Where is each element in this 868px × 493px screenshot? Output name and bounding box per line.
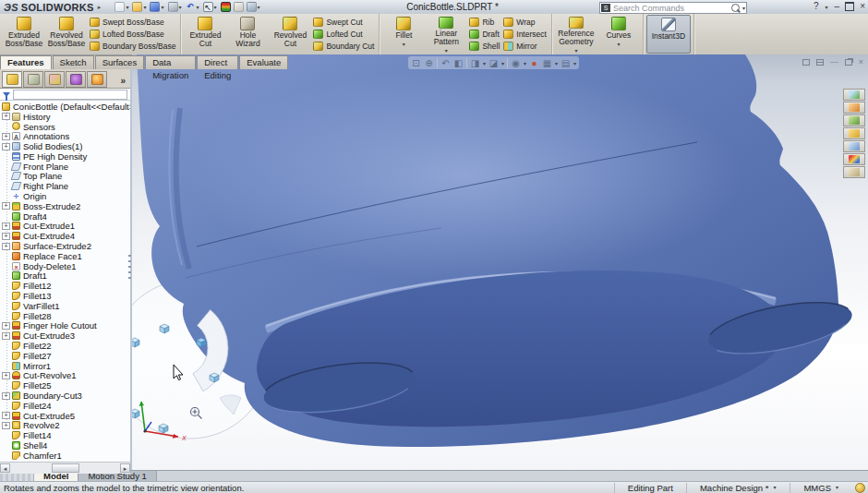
tree-item-body-delete1[interactable]: ×Body-Delete1 xyxy=(0,261,130,271)
propertymanager-tab[interactable] xyxy=(23,71,43,88)
revolved-cut-button[interactable]: Revolved Cut xyxy=(269,15,311,54)
search-dropdown-icon[interactable]: ▾ xyxy=(742,5,745,11)
section-view-button[interactable]: ◧ xyxy=(452,57,464,69)
tab-surfaces[interactable]: Surfaces xyxy=(95,55,145,69)
options-button[interactable]: ▾ xyxy=(246,1,262,13)
tree-item-fillet27[interactable]: Fillet27 xyxy=(0,351,130,361)
tree-item-draft4[interactable]: Draft4 xyxy=(0,211,130,222)
tree-item-fillet22[interactable]: Fillet22 xyxy=(0,341,130,351)
tree-item-right-plane[interactable]: Right Plane xyxy=(0,181,130,191)
filter-input[interactable] xyxy=(13,90,127,100)
solidworks-resources-tab[interactable] xyxy=(843,89,865,101)
help-dropdown-icon[interactable]: ▾ xyxy=(826,4,828,10)
hide-show-items-dropdown-icon[interactable]: ▾ xyxy=(524,60,526,66)
undo-dropdown-icon[interactable]: ▾ xyxy=(197,4,199,10)
custom-properties-tag-icon[interactable] xyxy=(855,483,865,493)
search-commands-box[interactable]: S Search Commands ▾ xyxy=(599,2,747,14)
scroll-thumb[interactable] xyxy=(52,463,79,473)
open-dropdown-icon[interactable]: ▾ xyxy=(143,4,146,10)
tab-features[interactable]: Features xyxy=(0,55,52,69)
doc-maximize-button[interactable] xyxy=(845,59,852,66)
print-button[interactable]: ▾ xyxy=(167,1,184,13)
expand-icon[interactable]: + xyxy=(2,332,10,340)
select-dropdown-icon[interactable]: ▾ xyxy=(214,4,217,10)
featuremanager-tab[interactable] xyxy=(2,71,22,88)
tab-sketch[interactable]: Sketch xyxy=(53,55,94,69)
graphics-area[interactable]: X ⊡⊕↶◧◨▾◪▾◉▾●▦▾▤▾ — × xyxy=(132,54,868,470)
pane-overflow-icon[interactable]: » xyxy=(120,76,128,88)
maximize-button[interactable] xyxy=(845,2,854,11)
configurationmanager-tab[interactable] xyxy=(44,71,65,88)
displaymanager-tab[interactable] xyxy=(87,71,107,88)
boundary-cut-button[interactable]: Boundary Cut xyxy=(313,41,374,52)
undo-button[interactable]: ↶▾ xyxy=(185,1,201,13)
wrap-button[interactable]: Wrap xyxy=(503,17,547,28)
search-input[interactable]: Search Commands xyxy=(613,4,731,13)
expand-icon[interactable]: + xyxy=(2,422,10,429)
intersect-button[interactable]: Intersect xyxy=(503,29,547,40)
display-style-dropdown-icon[interactable]: ▾ xyxy=(501,60,504,66)
swept-boss-base-button[interactable]: Swept Boss/Base xyxy=(90,17,175,28)
minimize-button[interactable]: – xyxy=(835,1,840,12)
view-settings-button[interactable]: ▤ xyxy=(560,57,572,69)
open-button[interactable]: ▾ xyxy=(131,1,148,13)
tree-item-surface-extrude2[interactable]: +Surface-Extrude2 xyxy=(0,241,130,251)
instant3d-button[interactable]: Instant3D xyxy=(646,15,691,54)
tree-item-revolve2[interactable]: +Revolve2 xyxy=(0,421,130,431)
tree-item-sensors[interactable]: Sensors xyxy=(0,122,130,132)
hole-wizard-button[interactable]: Hole Wizard xyxy=(226,15,269,54)
search-icon[interactable] xyxy=(731,4,740,12)
expand-icon[interactable]: + xyxy=(2,222,10,230)
solidworks-logo[interactable]: ЭS SOLIDWORKS ▸ xyxy=(4,2,101,13)
fillet-dropdown-icon[interactable]: ▾ xyxy=(403,41,405,47)
lofted-cut-button[interactable]: Lofted Cut xyxy=(313,29,374,40)
tree-item-top-plane[interactable]: Top Plane xyxy=(0,172,130,182)
document-pane-tab[interactable] xyxy=(843,166,865,178)
new-dropdown-icon[interactable]: ▾ xyxy=(126,4,128,10)
extruded-boss-base-button[interactable]: Extruded Boss/Base xyxy=(3,15,45,54)
tree-horizontal-scrollbar[interactable]: ◂ ▸ xyxy=(0,462,130,474)
zoom-area-button[interactable]: ⊕ xyxy=(423,57,435,69)
tree-item-replace-face1[interactable]: Replace Face1 xyxy=(0,251,130,261)
tab-direct-editing[interactable]: Direct Editing xyxy=(197,55,238,69)
tree-item-shell4[interactable]: Shell4 xyxy=(0,440,130,451)
view-orientation-button[interactable]: ◨ xyxy=(469,57,481,69)
edit-appearance-button[interactable]: ● xyxy=(528,57,540,69)
curves-dropdown-icon[interactable]: ▾ xyxy=(617,41,620,47)
rebuild-button[interactable] xyxy=(220,1,232,13)
expand-icon[interactable]: + xyxy=(2,113,10,120)
tree-item-cut-extrude4[interactable]: +Cut-Extrude4 xyxy=(0,231,130,241)
file-explorer-tab[interactable] xyxy=(843,114,865,126)
tree-item-front-plane[interactable]: Front Plane xyxy=(0,162,130,172)
scroll-left-icon[interactable]: ◂ xyxy=(0,463,10,473)
doc-restore-icon[interactable] xyxy=(802,59,810,66)
tree-item-annotations[interactable]: +AAnnotations xyxy=(0,131,130,141)
tree-item-cut-revolve1[interactable]: +Cut-Revolve1 xyxy=(0,371,130,381)
mirror-button[interactable]: Mirror xyxy=(503,41,547,52)
doc-close-button[interactable]: × xyxy=(859,57,863,66)
swept-cut-button[interactable]: Swept Cut xyxy=(313,17,374,28)
tab-data-migration[interactable]: Data Migration xyxy=(145,55,196,69)
tree-item-fillet14[interactable]: Fillet14 xyxy=(0,430,130,440)
dimxpertmanager-tab[interactable] xyxy=(66,71,86,88)
view-palette-tab[interactable] xyxy=(843,127,865,139)
tree-item-fillet24[interactable]: Fillet24 xyxy=(0,401,130,411)
draft-button[interactable]: Draft xyxy=(469,29,500,40)
close-button[interactable]: × xyxy=(860,1,865,12)
hide-show-items-button[interactable]: ◉ xyxy=(510,57,522,69)
zoom-fit-button[interactable]: ⊡ xyxy=(410,57,422,69)
viewport-split-icon[interactable] xyxy=(816,59,824,66)
expand-icon[interactable]: + xyxy=(2,233,10,240)
expand-icon[interactable]: + xyxy=(2,143,10,150)
expand-icon[interactable]: + xyxy=(2,372,10,379)
expand-icon[interactable]: + xyxy=(2,243,10,250)
help-button[interactable]: ? xyxy=(814,1,819,12)
tree-item-varfillet1[interactable]: VarFillet1 xyxy=(0,301,130,311)
tree-item-boundary-cut3[interactable]: +Boundary-Cut3 xyxy=(0,391,130,401)
revolved-boss-base-button[interactable]: Revolved Boss/Base xyxy=(45,15,88,54)
options-dropdown-icon[interactable]: ▾ xyxy=(258,4,260,10)
view-settings-dropdown-icon[interactable]: ▾ xyxy=(573,60,576,66)
boundary-boss-base-button[interactable]: Boundary Boss/Base xyxy=(90,41,175,52)
curves-button[interactable]: Curves▾ xyxy=(597,15,640,54)
menu-flyout-icon[interactable]: ▸ xyxy=(98,4,102,11)
